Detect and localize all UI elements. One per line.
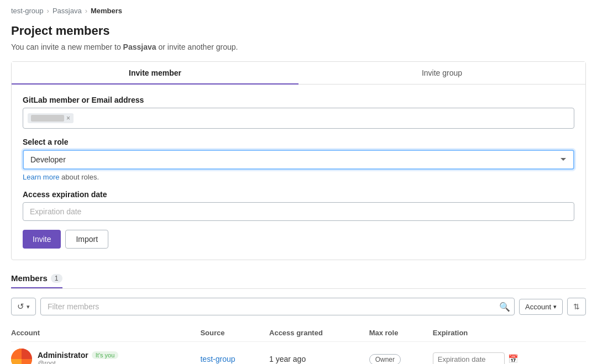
account-dropdown-button[interactable]: Account ▾ bbox=[519, 299, 563, 315]
you-badge: It's you bbox=[92, 351, 119, 359]
filter-bar: ↺ ▾ 🔍 Account ▾ ⇅ bbox=[11, 298, 586, 315]
member-info: Administrator It's you @root bbox=[11, 349, 193, 364]
col-access-granted: Access granted bbox=[269, 324, 369, 342]
sort-direction-button[interactable]: ↺ ▾ bbox=[11, 298, 36, 315]
breadcrumb-passjava[interactable]: Passjava bbox=[53, 7, 82, 15]
filter-input[interactable] bbox=[40, 298, 515, 315]
tab-invite-member[interactable]: Invite member bbox=[12, 62, 298, 84]
access-granted-text: 1 year ago bbox=[269, 355, 306, 363]
invite-form: GitLab member or Email address × Select … bbox=[12, 85, 585, 260]
expiration-group: Access expiration date bbox=[23, 190, 574, 221]
member-account-cell: Administrator It's you @root bbox=[11, 342, 200, 365]
table-row: Administrator It's you @root test-group … bbox=[11, 342, 586, 365]
learn-more-link[interactable]: Learn more bbox=[23, 173, 59, 181]
members-count-badge: 1 bbox=[51, 274, 62, 283]
member-label: GitLab member or Email address bbox=[23, 96, 574, 104]
tab-invite-group[interactable]: Invite group bbox=[298, 62, 585, 84]
account-dropdown-chevron: ▾ bbox=[553, 303, 557, 310]
members-tab-label: Members bbox=[11, 273, 48, 283]
breadcrumb-current: Members bbox=[91, 7, 122, 15]
member-input-group: GitLab member or Email address × bbox=[23, 96, 574, 129]
role-badge: Owner bbox=[369, 354, 401, 364]
member-source-cell: test-group bbox=[200, 342, 269, 365]
role-select[interactable]: Guest Reporter Developer Maintainer Owne… bbox=[23, 150, 574, 170]
member-expiration-cell: 📅 bbox=[433, 342, 586, 365]
expiration-label: Access expiration date bbox=[23, 190, 574, 199]
member-tag: × bbox=[28, 113, 74, 123]
members-section: Members 1 ↺ ▾ 🔍 Account ▾ ⇅ bbox=[11, 273, 586, 364]
member-access-granted-cell: 1 year ago bbox=[269, 342, 369, 365]
breadcrumb-sep-2: › bbox=[85, 7, 87, 15]
member-username: @root bbox=[38, 360, 118, 364]
avatar bbox=[11, 349, 32, 364]
col-account: Account bbox=[11, 324, 200, 342]
form-buttons: Invite Import bbox=[23, 230, 574, 249]
row-expiration-input[interactable] bbox=[433, 352, 505, 365]
expiration-input[interactable] bbox=[23, 202, 574, 221]
sort-order-button[interactable]: ⇅ bbox=[567, 298, 586, 315]
breadcrumb-sep-1: › bbox=[47, 7, 49, 15]
page-description: You can invite a new member to Passjava … bbox=[11, 43, 586, 51]
learn-more-text: Learn more about roles. bbox=[23, 173, 574, 181]
breadcrumb: test-group › Passjava › Members bbox=[11, 7, 586, 15]
invite-box: Invite member Invite group GitLab member… bbox=[11, 61, 586, 260]
col-expiration: Expiration bbox=[433, 324, 586, 342]
tabs: Invite member Invite group bbox=[12, 62, 585, 85]
sort-icon: ↺ bbox=[17, 302, 24, 312]
tag-text bbox=[31, 115, 64, 122]
members-tab[interactable]: Members 1 bbox=[11, 273, 62, 288]
import-button[interactable]: Import bbox=[65, 230, 108, 249]
search-icon-button[interactable]: 🔍 bbox=[499, 302, 510, 312]
role-label: Select a role bbox=[23, 138, 574, 146]
sort-dropdown-icon: ▾ bbox=[27, 303, 30, 310]
table-header-row: Account Source Access granted Max role E… bbox=[11, 324, 586, 342]
sort-order-icon: ⇅ bbox=[573, 302, 580, 311]
filter-input-wrapper: 🔍 bbox=[40, 298, 515, 315]
divider bbox=[11, 288, 586, 289]
member-input-wrapper[interactable]: × bbox=[23, 108, 574, 129]
member-name-wrap: Administrator It's you @root bbox=[38, 351, 118, 364]
members-table: Account Source Access granted Max role E… bbox=[11, 324, 586, 364]
source-link[interactable]: test-group bbox=[200, 355, 235, 363]
calendar-icon: 📅 bbox=[508, 354, 519, 364]
invite-button[interactable]: Invite bbox=[23, 230, 61, 249]
member-name: Administrator It's you bbox=[38, 351, 118, 360]
tag-close-icon[interactable]: × bbox=[66, 114, 70, 122]
search-icon: 🔍 bbox=[499, 302, 510, 312]
account-dropdown-label: Account bbox=[525, 303, 551, 311]
col-source: Source bbox=[200, 324, 269, 342]
page-title: Project members bbox=[11, 24, 586, 38]
role-group: Select a role Guest Reporter Developer M… bbox=[23, 138, 574, 181]
member-max-role-cell: Owner bbox=[369, 342, 433, 365]
expiration-field: 📅 bbox=[433, 352, 579, 365]
breadcrumb-test-group[interactable]: test-group bbox=[11, 7, 44, 15]
col-max-role: Max role bbox=[369, 324, 433, 342]
